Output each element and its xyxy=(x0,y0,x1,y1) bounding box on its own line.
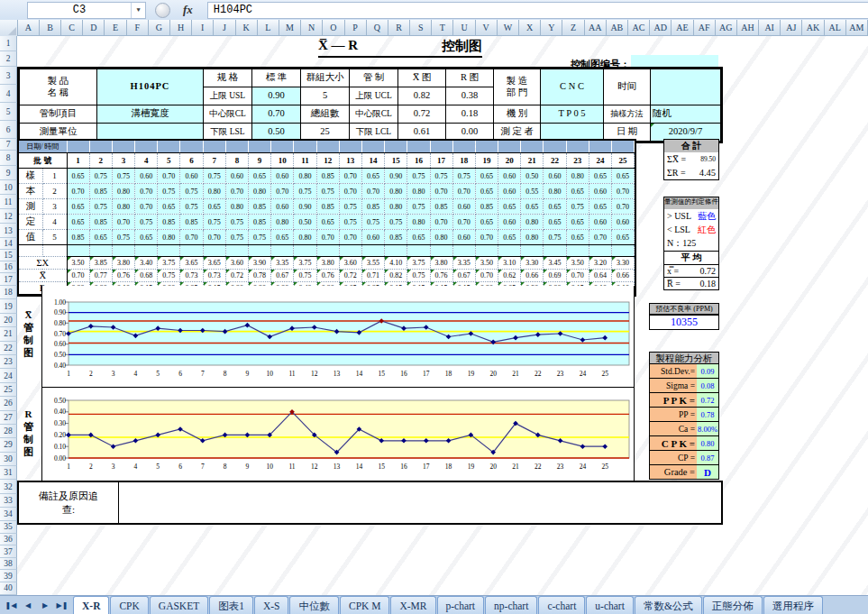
column-header-W[interactable]: W xyxy=(498,20,519,36)
measure-cell[interactable]: 0.70 xyxy=(225,184,248,199)
row-header-22[interactable]: 22 xyxy=(0,342,17,355)
column-header-V[interactable]: V xyxy=(476,20,498,36)
measure-cell[interactable]: 0.65 xyxy=(589,169,611,184)
round-button[interactable] xyxy=(155,3,170,18)
xbar-cell[interactable]: 0.73 xyxy=(203,270,225,282)
sheet-tab-u-chart[interactable]: u-chart xyxy=(586,596,634,614)
last-sheet-icon[interactable]: ▶❚ xyxy=(55,599,69,613)
datetime-cell[interactable] xyxy=(430,141,452,153)
sheet-tab-X-R[interactable]: X-R xyxy=(73,596,109,614)
measure-cell[interactable]: 0.65 xyxy=(498,199,521,215)
xbar-cell[interactable]: 0.67 xyxy=(452,270,475,282)
measure-cell[interactable]: 0.65 xyxy=(89,230,112,245)
datetime-cell[interactable] xyxy=(89,141,112,153)
column-header-L[interactable]: L xyxy=(258,20,279,36)
measure-cell[interactable]: 0.85 xyxy=(430,199,452,215)
empty-cell[interactable] xyxy=(407,245,430,257)
xbar-cell[interactable]: 0.69 xyxy=(544,270,566,282)
measure-cell[interactable]: 0.85 xyxy=(316,169,339,184)
measure-cell[interactable]: 0.70 xyxy=(112,215,134,230)
r-control-chart[interactable]: 0.500.400.300.200.100.001234567891011121… xyxy=(42,387,634,481)
measure-cell[interactable]: 0.80 xyxy=(430,230,452,245)
sum-cell[interactable]: 3.85 xyxy=(89,257,112,270)
column-header-E[interactable]: E xyxy=(105,20,126,36)
column-header-F[interactable]: F xyxy=(127,20,149,36)
sum-cell[interactable]: 3.80 xyxy=(430,257,452,270)
row-header-9[interactable]: 9 xyxy=(0,166,17,180)
sheet-tab-p-chart[interactable]: p-chart xyxy=(437,596,485,614)
measure-cell[interactable]: 0.65 xyxy=(475,215,498,230)
measure-cell[interactable]: 0.60 xyxy=(135,169,158,184)
measure-cell[interactable]: 0.60 xyxy=(452,199,475,215)
measure-cell[interactable]: 0.65 xyxy=(249,169,271,184)
empty-cell[interactable] xyxy=(339,245,361,257)
measure-cell[interactable]: 0.80 xyxy=(385,199,407,215)
row-header-27[interactable]: 27 xyxy=(0,411,17,425)
batch-number-10[interactable]: 10 xyxy=(271,153,294,169)
empty-cell[interactable] xyxy=(521,245,544,257)
xbar-cell[interactable]: 0.77 xyxy=(89,270,112,282)
row-header-36[interactable]: 36 xyxy=(0,534,17,546)
measure-cell[interactable]: 0.75 xyxy=(339,199,361,215)
row-header-18[interactable]: 18 xyxy=(0,286,17,299)
measure-cell[interactable]: 0.70 xyxy=(361,184,384,199)
measure-cell[interactable]: 0.70 xyxy=(316,230,339,245)
xbar-cell[interactable]: 0.70 xyxy=(566,270,589,282)
datetime-cell[interactable] xyxy=(498,141,521,153)
column-header-D[interactable]: D xyxy=(83,20,105,36)
measure-cell[interactable]: 0.75 xyxy=(158,184,180,199)
measure-cell[interactable]: 0.65 xyxy=(566,184,589,199)
row-header-35[interactable]: 35 xyxy=(0,521,17,534)
column-header-AJ[interactable]: AJ xyxy=(781,20,802,36)
row-header-26[interactable]: 26 xyxy=(0,397,17,410)
usl-value[interactable]: 0.90 xyxy=(252,87,301,105)
empty-cell[interactable] xyxy=(566,245,589,257)
row-header-31[interactable]: 31 xyxy=(0,466,17,480)
measure-cell[interactable]: 0.85 xyxy=(89,184,112,199)
column-header-Z[interactable]: Z xyxy=(562,20,584,36)
measure-cell[interactable]: 0.80 xyxy=(407,215,430,230)
column-header-S[interactable]: S xyxy=(410,20,432,36)
row-header-29[interactable]: 29 xyxy=(0,438,17,452)
row-header-40[interactable]: 40 xyxy=(0,582,17,595)
empty-cell[interactable] xyxy=(180,245,203,257)
measure-cell[interactable]: 0.75 xyxy=(135,215,158,230)
column-header-A[interactable]: A xyxy=(18,20,40,36)
row-header-16[interactable]: 16 xyxy=(0,261,17,273)
sum-cell[interactable]: 3.55 xyxy=(361,257,384,270)
measure-cell[interactable]: 0.85 xyxy=(316,199,339,215)
measure-cell[interactable]: 0.50 xyxy=(521,169,544,184)
sheet-tab-np-chart[interactable]: np-chart xyxy=(485,596,537,614)
row-header-2[interactable]: 2 xyxy=(0,51,17,67)
batch-number-3[interactable]: 3 xyxy=(112,153,134,169)
measure-cell[interactable]: 0.60 xyxy=(498,169,521,184)
sum-cell[interactable]: 3.75 xyxy=(158,257,180,270)
batch-number-12[interactable]: 12 xyxy=(316,153,339,169)
measure-cell[interactable]: 0.60 xyxy=(271,169,294,184)
datetime-cell[interactable] xyxy=(271,141,294,153)
sum-cell[interactable]: 3.50 xyxy=(566,257,589,270)
measure-cell[interactable]: 0.80 xyxy=(407,184,430,199)
datetime-cell[interactable] xyxy=(452,141,475,153)
empty-cell[interactable] xyxy=(249,245,271,257)
measure-cell[interactable]: 0.85 xyxy=(180,215,203,230)
empty-cell[interactable] xyxy=(112,245,134,257)
sum-cell[interactable]: 3.50 xyxy=(475,257,498,270)
measure-cell[interactable]: 0.65 xyxy=(544,215,566,230)
measure-cell[interactable]: 0.85 xyxy=(361,199,384,215)
column-header-AB[interactable]: AB xyxy=(607,20,628,36)
measure-cell[interactable]: 0.65 xyxy=(544,199,566,215)
column-header-Y[interactable]: Y xyxy=(541,20,562,36)
column-header-H[interactable]: H xyxy=(170,20,192,36)
measure-cell[interactable]: 0.75 xyxy=(385,215,407,230)
column-header-AE[interactable]: AE xyxy=(672,20,693,36)
column-header-O[interactable]: O xyxy=(323,20,344,36)
row-header-38[interactable]: 38 xyxy=(0,558,17,571)
sum-cell[interactable]: 3.80 xyxy=(112,257,134,270)
measure-cell[interactable]: 0.75 xyxy=(203,215,225,230)
empty-cell[interactable] xyxy=(67,245,89,257)
worksheet[interactable]: X̅ — R 控制图 控制图编号： 製 品 名 稱 H104PC 规 格 標 準… xyxy=(17,36,868,595)
xbar-cell[interactable]: 0.66 xyxy=(521,270,544,282)
measure-cell[interactable]: 0.55 xyxy=(521,184,544,199)
row-header-11[interactable]: 11 xyxy=(0,195,17,209)
